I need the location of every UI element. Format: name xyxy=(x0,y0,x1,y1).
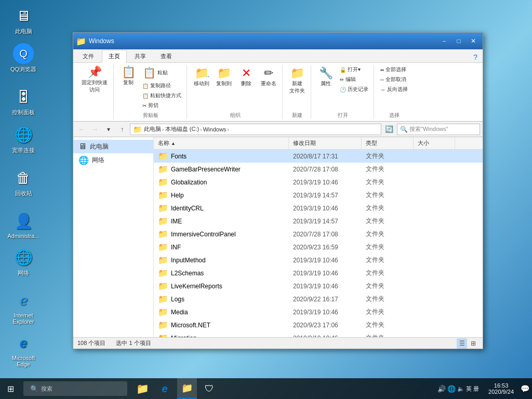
properties-button[interactable]: 🔧 属性 xyxy=(315,65,336,89)
file-size xyxy=(414,298,455,301)
ime-icon[interactable]: 册 xyxy=(473,385,479,393)
breadcrumb-local-disk[interactable]: 本地磁盘 (C:) xyxy=(165,125,199,133)
file-item[interactable]: 📁 Microsoft.NET 2020/9/23 17:06 文件夹 xyxy=(154,318,483,331)
col-header-type[interactable]: 类型 xyxy=(362,137,414,149)
file-item[interactable]: 📁 IME 2019/3/19 14:57 文件夹 xyxy=(154,215,483,228)
copy-label: 复制 xyxy=(123,79,134,86)
large-icons-view-button[interactable]: ⊞ xyxy=(468,338,478,349)
file-type: 文件夹 xyxy=(362,150,414,162)
file-item[interactable]: 📁 INF 2020/9/23 16:59 文件夹 xyxy=(154,241,483,254)
desktop-icon-qq-browser[interactable]: Q QQ浏览器 xyxy=(5,43,42,73)
history-button[interactable]: 🕐 历史记录 xyxy=(338,85,370,94)
back-button[interactable]: ← xyxy=(76,124,87,135)
refresh-button[interactable]: 🔄 xyxy=(383,124,395,135)
invert-selection-button[interactable]: ↔ 反向选择 xyxy=(378,85,410,94)
taskbar-edge[interactable]: e xyxy=(155,378,175,399)
pin-quick-button[interactable]: 📌 固定到快速访问 xyxy=(79,65,110,95)
taskbar-clock[interactable]: 16:53 2020/9/24 xyxy=(484,382,518,395)
delete-button[interactable]: ✕ 删除 xyxy=(236,65,257,89)
col-header-date[interactable]: 修改日期 xyxy=(289,137,362,149)
ribbon-group-pin: 📌 固定到快速访问 xyxy=(76,65,114,119)
file-item[interactable]: 📁 ImmersiveControlPanel 2020/7/28 17:08 … xyxy=(154,228,483,241)
file-item[interactable]: 📁 Media 2019/3/19 10:46 文件夹 xyxy=(154,305,483,318)
breadcrumb-windows[interactable]: Windows xyxy=(203,126,227,132)
copy-path-button[interactable]: 📋 复制路径 xyxy=(140,81,183,90)
properties-label: 属性 xyxy=(321,80,331,87)
sys-icons: 🔊 🌐 🔈 英 册 xyxy=(437,385,479,393)
paste-button[interactable]: 📋 粘贴 xyxy=(140,65,183,81)
start-button[interactable]: ⊞ xyxy=(0,378,21,399)
tab-home[interactable]: 主页 xyxy=(102,50,127,63)
taskbar-search[interactable]: 🔍 搜索 xyxy=(23,381,127,396)
new-folder-button[interactable]: 📁 新建文件夹 xyxy=(287,65,308,96)
search-box[interactable]: 🔍 搜索"Windows" xyxy=(397,124,480,135)
file-item[interactable]: 📁 Fonts 2020/8/17 17:31 文件夹 xyxy=(154,150,483,163)
taskbar-shield[interactable]: 🛡 xyxy=(200,378,219,399)
copy-button[interactable]: 📋 复制 xyxy=(118,65,139,88)
file-item[interactable]: 📁 Logs 2020/9/22 16:17 文件夹 xyxy=(154,292,483,305)
paste-shortcut-button[interactable]: 📋 粘贴快捷方式 xyxy=(140,91,183,100)
edit-button[interactable]: ✏ 编辑 xyxy=(338,75,370,84)
folder-icon: 📁 xyxy=(158,294,168,304)
file-item[interactable]: 📁 GameBarPresenceWriter 2020/7/28 17:08 … xyxy=(154,163,483,176)
file-type: 文件夹 xyxy=(362,267,414,279)
deselect-all-button[interactable]: ▫▫ 全部取消 xyxy=(378,75,410,84)
pin-label: 固定到快速访问 xyxy=(82,79,108,94)
file-size xyxy=(414,259,455,262)
file-item[interactable]: 📁 Globalization 2019/3/19 10:46 文件夹 xyxy=(154,176,483,189)
volume-icon[interactable]: 🔈 xyxy=(457,385,464,392)
desktop-icon-broadband[interactable]: 🌐 宽带连接 xyxy=(5,124,42,154)
file-item[interactable]: 📁 LiveKernelReports 2019/3/19 10:46 文件夹 xyxy=(154,280,483,292)
file-date: 2020/9/23 17:06 xyxy=(289,320,362,330)
breadcrumb-this-pc[interactable]: 此电脑 xyxy=(144,125,161,133)
desktop-icon-this-pc[interactable]: 🖥 此电脑 xyxy=(5,5,42,35)
speaker-icon[interactable]: 🔊 xyxy=(437,385,446,393)
file-name: Media xyxy=(171,309,188,316)
file-item[interactable]: 📁 L2Schemas 2019/3/19 10:46 文件夹 xyxy=(154,267,483,280)
network-sys-icon[interactable]: 🌐 xyxy=(447,385,456,393)
cut-button[interactable]: ✂ 剪切 xyxy=(140,101,183,110)
close-button[interactable]: ✕ xyxy=(467,35,480,47)
file-size xyxy=(414,207,455,210)
recent-locations-button[interactable]: ▾ xyxy=(103,124,114,135)
desktop-icon-network[interactable]: 🌐 网络 xyxy=(5,247,42,277)
taskbar-file-explorer[interactable]: 📁 xyxy=(132,378,152,399)
file-item[interactable]: 📁 Help 2019/3/19 14:57 文件夹 xyxy=(154,189,483,202)
up-button[interactable]: ↑ xyxy=(116,124,128,135)
desktop-icon-administrator[interactable]: 👤 Administra... xyxy=(5,210,42,239)
nav-pane: 🖥 此电脑 🌐 网络 xyxy=(73,137,154,337)
paste-icon: 📋 xyxy=(143,66,156,79)
file-size xyxy=(414,246,455,249)
minimize-button[interactable]: － xyxy=(437,35,451,47)
keyboard-icon[interactable]: 英 xyxy=(466,385,472,393)
file-name: GameBarPresenceWriter xyxy=(171,166,241,173)
move-to-button[interactable]: 📁 → 移动到 xyxy=(191,65,212,89)
desktop-icon-edge[interactable]: e Microsoft Edge xyxy=(5,332,42,367)
desktop-icon-recycle-bin[interactable]: 🗑 回收站 xyxy=(5,167,42,197)
tab-share[interactable]: 共享 xyxy=(128,50,153,62)
help-button[interactable]: ? xyxy=(471,52,480,62)
forward-button[interactable]: → xyxy=(89,124,101,135)
desktop-icon-ie[interactable]: ℯ Internet Explorer xyxy=(5,290,42,325)
nav-item-this-pc[interactable]: 🖥 此电脑 xyxy=(73,140,153,153)
copy-icon: 📋 xyxy=(122,66,136,78)
taskbar-explorer-active[interactable]: 📁 xyxy=(177,378,197,399)
file-item[interactable]: 📁 Migration 2019/3/19 10:46 文件夹 xyxy=(154,331,483,337)
rename-button[interactable]: ✏ 重命名 xyxy=(258,65,279,89)
maximize-button[interactable]: □ xyxy=(452,35,466,47)
address-box[interactable]: 📁 此电脑 › 本地磁盘 (C:) › Windows › xyxy=(130,124,381,135)
select-all-button[interactable]: ▪▪ 全部选择 xyxy=(378,65,410,74)
col-header-size[interactable]: 大小 xyxy=(414,137,455,149)
desktop-icon-control-panel[interactable]: 🎛 控制面板 xyxy=(5,86,42,116)
copy-to-button[interactable]: 📁 复制到 xyxy=(214,65,234,89)
notification-icon[interactable]: 💬 xyxy=(521,384,529,393)
file-item[interactable]: 📁 IdentityCRL 2019/3/19 10:46 文件夹 xyxy=(154,202,483,215)
col-header-name[interactable]: 名称 ▲ xyxy=(154,137,289,149)
nav-this-pc-icon: 🖥 xyxy=(78,142,87,151)
tab-file[interactable]: 文件 xyxy=(76,50,101,62)
details-view-button[interactable]: ☰ xyxy=(457,338,467,349)
open-button[interactable]: 🔓 打开▾ xyxy=(338,65,370,74)
tab-view[interactable]: 查看 xyxy=(154,50,179,62)
file-item[interactable]: 📁 InputMethod 2019/3/19 10:46 文件夹 xyxy=(154,254,483,267)
nav-item-network[interactable]: 🌐 网络 xyxy=(73,153,153,167)
